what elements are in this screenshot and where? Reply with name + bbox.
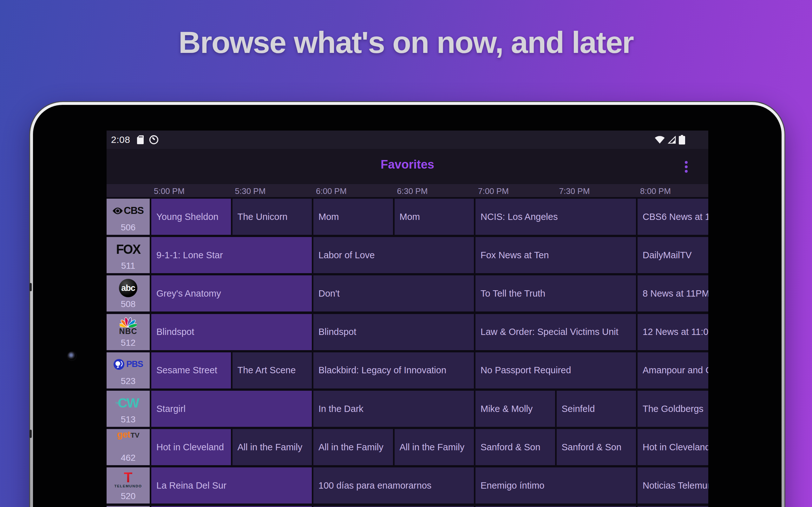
channel-cell-nbc[interactable]: NBC512 [107, 314, 150, 350]
program-cell[interactable]: To Tell the Truth [475, 275, 636, 312]
kebab-menu-icon[interactable] [680, 157, 693, 176]
program-cell[interactable]: Law & Order: Special Victims Unit [475, 314, 636, 350]
program-title: Stargirl [151, 404, 186, 414]
channel-number: 520 [107, 491, 150, 501]
program-title: Blindspot [313, 327, 356, 337]
program-cell[interactable]: Seinfeld [557, 391, 636, 427]
channel-cell[interactable] [107, 506, 150, 507]
program-cell[interactable]: Enemigo íntimo [475, 467, 636, 504]
program-cell[interactable]: Young Sheldon [151, 199, 231, 235]
time-label: 7:30 PM [559, 186, 590, 196]
cellular-icon [668, 136, 676, 144]
program-cell[interactable]: Stargirl [151, 391, 312, 427]
program-cell[interactable] [313, 506, 474, 507]
program-title: Fox News at Ten [475, 250, 549, 261]
program-title: Enemigo íntimo [475, 481, 545, 491]
channel-cell-gettv[interactable]: getTV462 [107, 429, 150, 465]
program-cell[interactable]: NCIS: Los Angeles [475, 199, 636, 235]
channel-cell-cbs[interactable]: CBS506 [107, 199, 150, 235]
nbc-logo-icon: NBC [107, 314, 150, 338]
program-cell[interactable]: 12 News at 11:00 [638, 314, 708, 350]
program-cell[interactable]: All in the Family [233, 429, 312, 465]
program-title: Amanpour and Co [638, 365, 708, 376]
time-label: 8:00 PM [640, 186, 671, 196]
program-cell[interactable]: Blindspot [313, 314, 474, 350]
program-title: DailyMailTV [638, 250, 692, 261]
program-title: Blindspot [151, 327, 194, 337]
program-cell[interactable]: Mom [395, 199, 474, 235]
program-title: Grey's Anatomy [151, 288, 221, 299]
gettv-logo-icon: getTV [107, 429, 150, 453]
channel-cell-pbs[interactable]: PBS523 [107, 352, 150, 389]
program-cell[interactable]: Hot in Cleveland [638, 429, 708, 465]
channel-cell-cw[interactable]: CWTHE513 [107, 391, 150, 427]
channel-number: 508 [107, 299, 150, 309]
page-title: Favorites [107, 158, 708, 171]
program-title: 8 News at 11PM [638, 288, 708, 299]
program-cell[interactable]: 100 días para enamorarnos [313, 467, 474, 504]
program-cell[interactable]: La Reina Del Sur [151, 467, 312, 504]
program-title: Sanford & Son [557, 442, 622, 452]
program-cell[interactable] [475, 506, 636, 507]
program-cell[interactable]: Grey's Anatomy [151, 275, 312, 312]
program-title: Sanford & Son [475, 442, 541, 452]
hero-title: Browse what's on now, and later [0, 25, 812, 60]
channel-cell-abc[interactable]: abc508 [107, 275, 150, 312]
program-cell[interactable]: All in the Family [313, 429, 393, 465]
timeline: 5:00 PM5:30 PM6:00 PM6:30 PM7:00 PM7:30 … [107, 184, 708, 197]
channel-number: 462 [107, 453, 150, 463]
program-cell[interactable]: No Passport Required [475, 352, 636, 389]
program-cell[interactable]: 9-1-1: Lone Star [151, 237, 312, 273]
program-cell[interactable]: Sanford & Son [557, 429, 636, 465]
program-title: Labor of Love [313, 250, 374, 261]
program-title: Mike & Molly [475, 404, 532, 414]
program-cell[interactable]: In the Dark [313, 391, 474, 427]
channel-number: 523 [107, 376, 150, 386]
program-title: The Goldbergs [638, 404, 704, 414]
time-label: 6:00 PM [316, 186, 347, 196]
program-cell[interactable]: Fox News at Ten [475, 237, 636, 273]
program-cell[interactable]: Don't [313, 275, 474, 312]
program-title: Don't [313, 288, 340, 299]
program-cell[interactable]: All in the Family [395, 429, 474, 465]
program-title: Hot in Cleveland [638, 442, 708, 452]
telemundo-logo-icon: TTELEMUNDO [107, 467, 150, 492]
program-cell[interactable]: Sesame Street [151, 352, 231, 389]
program-cell[interactable]: Mom [313, 199, 393, 235]
program-cell[interactable]: The Goldbergs [638, 391, 708, 427]
program-cell[interactable]: The Unicorn [233, 199, 312, 235]
program-title: The Unicorn [233, 212, 288, 222]
program-cell[interactable]: 8 News at 11PM [638, 275, 708, 312]
front-camera-icon [67, 352, 76, 360]
program-cell[interactable]: Blindspot [151, 314, 312, 350]
program-title: CBS6 News at 11: [638, 212, 708, 222]
channel-cell-fox[interactable]: FOX511 [107, 237, 150, 273]
program-title: La Reina Del Sur [151, 481, 226, 491]
program-cell[interactable]: CBS6 News at 11: [638, 199, 708, 235]
channel-number: 511 [107, 261, 150, 271]
battery-icon [679, 135, 685, 145]
cbs-logo-icon: CBS [107, 199, 150, 223]
volume-button [30, 283, 32, 291]
program-cell[interactable]: Amanpour and Co [638, 352, 708, 389]
program-cell[interactable]: The Art Scene [233, 352, 312, 389]
program-cell[interactable]: Sanford & Son [475, 429, 555, 465]
program-title: In the Dark [313, 404, 363, 414]
program-cell[interactable] [151, 506, 312, 507]
abc-logo-icon: abc [107, 275, 150, 299]
app-header: Favorites [107, 149, 708, 184]
program-title: The Art Scene [233, 365, 296, 376]
program-cell[interactable]: Blackbird: Legacy of Innovation [313, 352, 474, 389]
program-title: Mom [313, 212, 339, 222]
program-cell[interactable]: Hot in Cleveland [151, 429, 231, 465]
time-label: 7:00 PM [478, 186, 509, 196]
program-cell[interactable]: Noticias Telemun [638, 467, 708, 504]
clock: 2:08 [111, 134, 130, 145]
program-cell[interactable]: Mike & Molly [475, 391, 555, 427]
program-cell[interactable] [638, 506, 708, 507]
program-cell[interactable]: DailyMailTV [638, 237, 708, 273]
channel-cell-telemundo[interactable]: TTELEMUNDO520 [107, 467, 150, 504]
program-title: All in the Family [313, 442, 384, 452]
program-cell[interactable]: Labor of Love [313, 237, 474, 273]
program-title: Young Sheldon [151, 212, 218, 222]
